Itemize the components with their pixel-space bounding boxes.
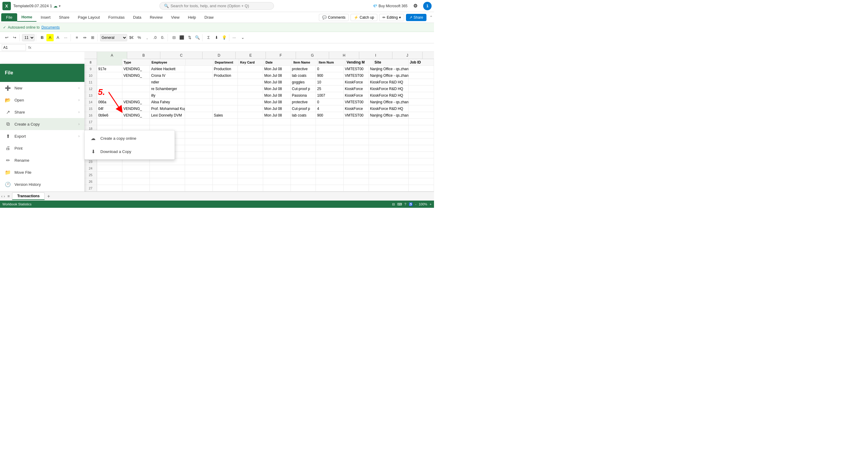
- cell-27-6[interactable]: [263, 185, 291, 191]
- cell-11-5[interactable]: [238, 79, 263, 85]
- cell-16-0[interactable]: 0b9e6: [97, 112, 122, 118]
- cell-13-3[interactable]: [185, 92, 213, 99]
- cell-24-11[interactable]: [409, 165, 434, 171]
- cell-20-6[interactable]: [263, 138, 291, 145]
- cell-14-0[interactable]: 066a: [97, 99, 122, 105]
- cell-24-9[interactable]: [344, 165, 369, 171]
- cell-9-0[interactable]: 917e: [97, 66, 122, 72]
- cell-21-4[interactable]: [213, 145, 238, 151]
- cell-20-7[interactable]: [291, 138, 316, 145]
- col-header-g[interactable]: G: [296, 52, 329, 59]
- workbook-stats-label[interactable]: Workbook Statistics: [2, 202, 31, 206]
- cell-10-3[interactable]: [185, 72, 213, 78]
- cell-26-10[interactable]: [369, 178, 409, 184]
- decimal-inc-button[interactable]: .0: [151, 34, 158, 41]
- cell-15-1[interactable]: VENDING_: [122, 105, 150, 112]
- cell-23-9[interactable]: [344, 159, 369, 165]
- format2-button[interactable]: %: [135, 34, 143, 41]
- cell-25-8[interactable]: [316, 172, 344, 178]
- cell-15-2[interactable]: Prof. Mohammad Kuphal: [150, 105, 185, 112]
- more-button[interactable]: ···: [62, 34, 69, 41]
- cell-26-6[interactable]: [263, 178, 291, 184]
- cell-22-4[interactable]: [213, 152, 238, 158]
- cell-12-6[interactable]: Mon Jul 08: [263, 86, 291, 92]
- cell-19-10[interactable]: [369, 132, 409, 138]
- menu-item-open[interactable]: 📂 Open ›: [0, 94, 84, 106]
- cell-17-9[interactable]: [344, 118, 369, 125]
- cell-9-7[interactable]: protective: [291, 66, 316, 72]
- cell-15-0[interactable]: 04f: [97, 105, 122, 112]
- cell-10-2[interactable]: Crona IV: [150, 72, 185, 78]
- cell-17-11[interactable]: [409, 118, 434, 125]
- cell-8a[interactable]: [97, 59, 122, 65]
- cell-20-3[interactable]: [185, 138, 213, 145]
- menu-item-create-copy[interactable]: ⧉ Create a Copy ›: [0, 118, 84, 130]
- cell-17-3[interactable]: [185, 118, 213, 125]
- cell-11-11[interactable]: [409, 79, 434, 85]
- cell-15-4[interactable]: [213, 105, 238, 112]
- menu-item-share[interactable]: ↗ Share ›: [0, 106, 84, 118]
- cell-17-2[interactable]: [150, 118, 185, 125]
- cell-25-1[interactable]: [122, 172, 150, 178]
- sheet-nav-right[interactable]: ›: [4, 194, 5, 198]
- cell-8j[interactable]: Vending M: [345, 59, 373, 65]
- cell-16-6[interactable]: Mon Jul 08: [263, 112, 291, 118]
- percent-button[interactable]: $€: [128, 34, 135, 41]
- cell-18-8[interactable]: [316, 125, 344, 132]
- cell-20-11[interactable]: [409, 138, 434, 145]
- cell-9-10[interactable]: Nanjing Office - qs.zhang: [369, 66, 409, 72]
- cell-11-0[interactable]: [97, 79, 122, 85]
- cell-22-6[interactable]: [263, 152, 291, 158]
- cell-12-8[interactable]: 25: [316, 86, 344, 92]
- cell-23-6[interactable]: [263, 159, 291, 165]
- table-button[interactable]: ⊟: [170, 34, 178, 41]
- cell-27-7[interactable]: [291, 185, 316, 191]
- cell-12-3[interactable]: [185, 86, 213, 92]
- col-header-e[interactable]: E: [236, 52, 266, 59]
- cell-9-11[interactable]: [409, 66, 434, 72]
- submenu-create-copy-online[interactable]: ☁ Create a copy online: [85, 132, 175, 145]
- cell-12-10[interactable]: KioskForce R&D HQ: [369, 86, 409, 92]
- cell-8f[interactable]: Key Card: [239, 59, 264, 65]
- find-button[interactable]: 🔍: [194, 34, 201, 41]
- cell-8d[interactable]: [186, 59, 213, 65]
- cell-24-8[interactable]: [316, 165, 344, 171]
- color-fill-button[interactable]: A: [46, 34, 54, 41]
- tab-data[interactable]: Data: [129, 13, 146, 22]
- cell-25-9[interactable]: [344, 172, 369, 178]
- cell-16-8[interactable]: 900: [316, 112, 344, 118]
- cell-26-4[interactable]: [213, 178, 238, 184]
- cell-9-5[interactable]: [238, 66, 263, 72]
- cell-25-4[interactable]: [213, 172, 238, 178]
- cell-14-5[interactable]: [238, 99, 263, 105]
- cell-12-11[interactable]: [409, 86, 434, 92]
- cell-13-8[interactable]: 1007: [316, 92, 344, 99]
- cell-15-10[interactable]: KioskForce R&D HQ: [369, 105, 409, 112]
- cell-11-6[interactable]: Mon Jul 08: [263, 79, 291, 85]
- cell-27-2[interactable]: [150, 185, 185, 191]
- cell-24-3[interactable]: [185, 165, 213, 171]
- cell-12-9[interactable]: KioskForce: [344, 86, 369, 92]
- cell-10-1[interactable]: VENDING_: [122, 72, 150, 78]
- search-box[interactable]: 🔍: [159, 2, 274, 10]
- cell-16-7[interactable]: lab coats: [291, 112, 316, 118]
- cell-13-5[interactable]: [238, 92, 263, 99]
- search-input[interactable]: [170, 4, 261, 8]
- cell-18-11[interactable]: [409, 125, 434, 132]
- cell-10-6[interactable]: Mon Jul 08: [263, 72, 291, 78]
- cell-14-2[interactable]: Alisa Fahey: [150, 99, 185, 105]
- ideas-button[interactable]: 💡: [221, 34, 228, 41]
- cell-26-1[interactable]: [122, 178, 150, 184]
- cell-13-2[interactable]: illy: [150, 92, 185, 99]
- cell-25-6[interactable]: [263, 172, 291, 178]
- cell-20-9[interactable]: [344, 138, 369, 145]
- fill-button[interactable]: ⬇: [213, 34, 220, 41]
- cell-21-5[interactable]: [238, 145, 263, 151]
- cell-8l[interactable]: Job ID: [409, 59, 434, 65]
- cell-13-1[interactable]: [122, 92, 150, 99]
- cell-23-7[interactable]: [291, 159, 316, 165]
- cell-17-8[interactable]: [316, 118, 344, 125]
- cell-14-4[interactable]: [213, 99, 238, 105]
- comments-button[interactable]: 💬 Comments: [319, 14, 349, 21]
- cell-9-3[interactable]: [185, 66, 213, 72]
